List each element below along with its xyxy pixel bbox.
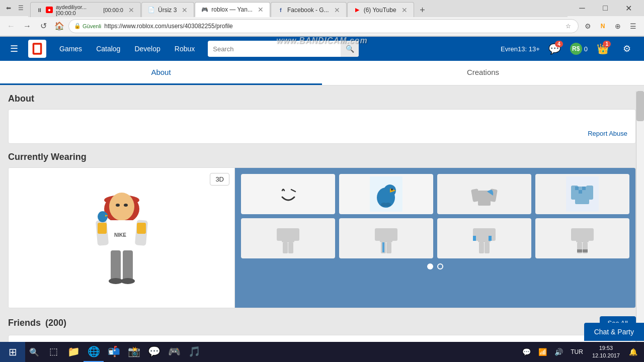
report-abuse-link[interactable]: Report Abuse bbox=[17, 130, 627, 137]
start-button[interactable]: ⊞ bbox=[0, 342, 25, 362]
taskbar-groove[interactable]: 🎵 bbox=[184, 342, 204, 362]
messages-button[interactable]: 💬 4 bbox=[546, 40, 564, 58]
roblox-logo[interactable] bbox=[28, 40, 46, 58]
tab-youtube[interactable]: ▶ (6) YouTube ✕ bbox=[347, 2, 414, 17]
dot-2[interactable] bbox=[437, 263, 443, 269]
taskbar-xbox[interactable]: 🎮 bbox=[164, 342, 184, 362]
profile-tabs: About Creations bbox=[0, 61, 644, 85]
chat-party-button[interactable]: Chat & Party bbox=[584, 323, 644, 341]
item-pants2[interactable] bbox=[339, 218, 433, 258]
network-icon[interactable]: 📶 bbox=[535, 345, 549, 359]
browser-settings-icon[interactable]: ☰ bbox=[16, 4, 25, 13]
svg-rect-1 bbox=[34, 45, 40, 53]
svg-rect-30 bbox=[478, 191, 491, 206]
taskbar-search[interactable]: 🔍 bbox=[25, 343, 43, 361]
clock[interactable]: 19:53 12.10.2017 bbox=[588, 344, 624, 360]
messaging-icon: 💬 bbox=[148, 345, 160, 357]
music-icon: 🎵 bbox=[188, 345, 200, 357]
back-button[interactable]: ← bbox=[4, 19, 18, 33]
dot-1[interactable] bbox=[427, 263, 433, 269]
dot-navigation bbox=[427, 263, 443, 269]
address-bar: ← → ↺ 🏠 🔒 Güvenli https://www.roblox.com… bbox=[0, 16, 644, 36]
volume-icon[interactable]: 🔊 bbox=[551, 345, 566, 359]
taskbar-mail[interactable]: 📬 bbox=[104, 342, 124, 362]
nav-games[interactable]: Games bbox=[54, 42, 87, 56]
item-pants4[interactable] bbox=[535, 218, 629, 258]
language-button[interactable]: TUR bbox=[568, 346, 586, 357]
tab-close-fb[interactable]: ✕ bbox=[334, 6, 340, 14]
content-area: About Report Abuse Currently Wearing 3D bbox=[0, 94, 644, 362]
address-text[interactable]: https://www.roblox.com/users/403082255/p… bbox=[104, 23, 560, 30]
svg-rect-50 bbox=[375, 228, 382, 241]
tab-close[interactable]: ✕ bbox=[128, 6, 134, 14]
new-tab-button[interactable]: + bbox=[416, 3, 430, 17]
cw-container: 3D NIKE bbox=[8, 167, 636, 308]
action-center-icon[interactable]: 💬 bbox=[519, 345, 533, 359]
notifications-icon[interactable]: 🔔 bbox=[626, 345, 640, 359]
search-input[interactable] bbox=[208, 42, 341, 56]
taskbar-explorer[interactable]: 📁 bbox=[63, 342, 84, 362]
scrollbar-thumb[interactable] bbox=[636, 91, 644, 121]
item-shirt[interactable] bbox=[437, 174, 531, 214]
tab-close-yt[interactable]: ✕ bbox=[401, 6, 408, 14]
item-pants1[interactable] bbox=[241, 218, 335, 258]
forward-button[interactable]: → bbox=[20, 19, 34, 33]
item-pants3[interactable] bbox=[437, 218, 531, 258]
nav-robux[interactable]: Robux bbox=[170, 42, 200, 56]
robux-display[interactable]: R$ 0 bbox=[570, 43, 588, 55]
nav-catalog[interactable]: Catalog bbox=[91, 42, 125, 56]
scrollbar-track[interactable] bbox=[636, 91, 644, 362]
item-face[interactable] bbox=[241, 174, 335, 214]
tab-roblox[interactable]: 🎮 roblox — Yan... ✕ bbox=[195, 2, 270, 17]
tab-2[interactable]: 📄 Ürsiz 3 ✕ bbox=[141, 2, 194, 17]
lock-icon: 🔒 bbox=[74, 23, 81, 29]
norton-icon[interactable]: N bbox=[596, 19, 610, 33]
search-button[interactable]: 🔍 bbox=[341, 41, 359, 57]
tab-close-2[interactable]: ✕ bbox=[182, 6, 188, 14]
premium-button[interactable]: 👑 1 bbox=[594, 40, 612, 58]
svg-rect-11 bbox=[111, 250, 121, 281]
tab-creations[interactable]: Creations bbox=[322, 61, 644, 85]
hamburger-menu[interactable]: ☰ bbox=[8, 41, 20, 56]
browser-back-icon[interactable]: ⬅ bbox=[4, 4, 13, 13]
close-button[interactable]: ✕ bbox=[617, 0, 640, 16]
extensions-icon[interactable]: ⚙ bbox=[581, 19, 595, 33]
address-icons: ☆ bbox=[563, 21, 573, 31]
nav-develop[interactable]: Develop bbox=[129, 42, 165, 56]
user-label[interactable]: Evren13: 13+ bbox=[501, 45, 540, 53]
svg-rect-39 bbox=[582, 187, 586, 190]
address-field[interactable]: 🔒 Güvenli https://www.roblox.com/users/4… bbox=[68, 19, 579, 33]
tab-recording[interactable]: ⏸ ● aydediliyor... [00:00:0 [00:00:0 ✕ bbox=[30, 2, 141, 17]
home-button[interactable]: 🏠 bbox=[52, 19, 66, 33]
maximize-button[interactable]: □ bbox=[594, 0, 617, 16]
minimize-button[interactable]: ─ bbox=[571, 0, 594, 16]
taskbar-messaging[interactable]: 💬 bbox=[144, 342, 164, 362]
windows-icon: ⊞ bbox=[9, 346, 17, 358]
reload-button[interactable]: ↺ bbox=[36, 19, 50, 33]
svg-rect-36 bbox=[586, 186, 593, 200]
photos-icon: 📸 bbox=[128, 345, 140, 357]
item-bird[interactable] bbox=[339, 174, 433, 214]
svg-rect-51 bbox=[390, 228, 397, 241]
add-tab-icon[interactable]: ⊕ bbox=[611, 19, 625, 33]
tab-facebook[interactable]: f Facebook - G... ✕ bbox=[271, 2, 347, 17]
xbox-icon: 🎮 bbox=[168, 345, 180, 357]
svg-rect-53 bbox=[386, 242, 391, 253]
taskbar-photos[interactable]: 📸 bbox=[124, 342, 144, 362]
items-grid bbox=[241, 174, 629, 258]
item-outfit[interactable] bbox=[535, 174, 629, 214]
settings-button[interactable]: ⚙ bbox=[618, 40, 636, 58]
tabs-container: ⏸ ● aydediliyor... [00:00:0 [00:00:0 ✕ 📄… bbox=[28, 0, 568, 17]
tab-close-roblox[interactable]: ✕ bbox=[258, 6, 264, 14]
taskbar-right: 💬 📶 🔊 TUR 19:53 12.10.2017 🔔 bbox=[519, 344, 644, 360]
tab-about[interactable]: About bbox=[0, 61, 322, 85]
threed-button[interactable]: 3D bbox=[210, 173, 229, 186]
taskbar-chrome[interactable]: 🌐 bbox=[84, 342, 104, 362]
task-view[interactable]: ⬚ bbox=[43, 342, 63, 362]
browser-chrome: ⬅ ☰ ⏸ ● aydediliyor... [00:00:0 [00:00:0… bbox=[0, 0, 644, 37]
bookmark-icon[interactable]: ☆ bbox=[563, 21, 573, 31]
notification-area: 💬 bbox=[519, 345, 533, 359]
recording-time: [00:00:0 bbox=[103, 7, 123, 13]
about-section: About Report Abuse bbox=[8, 94, 636, 144]
menu-icon[interactable]: ☰ bbox=[626, 19, 640, 33]
